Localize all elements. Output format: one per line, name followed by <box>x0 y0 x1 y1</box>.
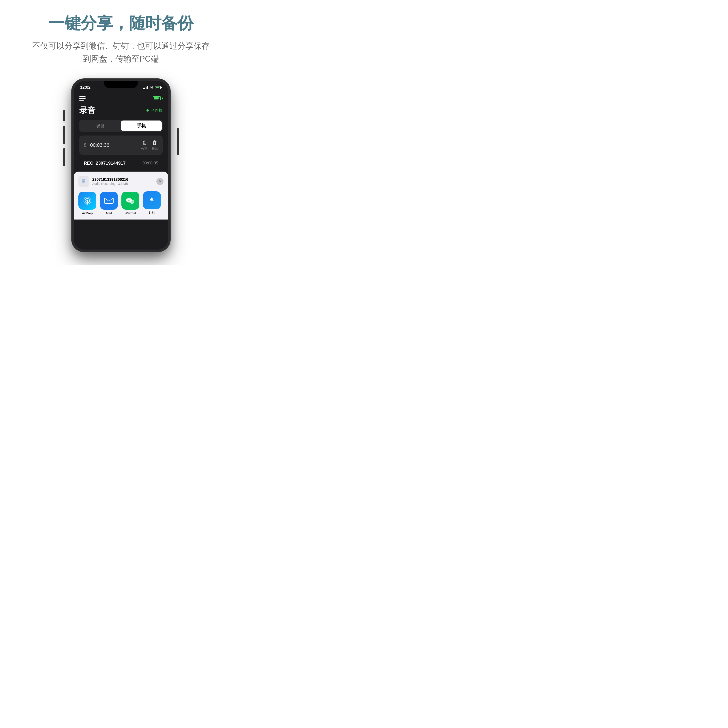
power-button <box>177 128 179 155</box>
connection-label: 已连接 <box>150 108 163 113</box>
battery-status-indicator <box>153 96 163 100</box>
wechat-icon <box>121 192 139 210</box>
share-app-wechat[interactable]: WeChat <box>121 192 139 215</box>
file-name: 23071913391800216 <box>92 177 128 182</box>
share-sheet: 23071913391800216 Audio Recording · 3.6 … <box>74 171 168 220</box>
status-time: 12:02 <box>80 85 90 90</box>
wechat-label: WeChat <box>125 211 136 215</box>
signal-icon <box>143 86 148 89</box>
airdrop-label: AirDrop <box>82 211 93 215</box>
phone-mockup: 12:02 4G <box>67 79 175 252</box>
recording-actions: ⎙ 分享 🗑 删除 <box>141 139 158 151</box>
svg-point-13 <box>131 201 132 202</box>
share-app-dingding[interactable]: 钉钉 <box>143 191 161 215</box>
network-label: 4G <box>150 86 153 89</box>
tabs-row: 设备 手机 <box>79 119 163 132</box>
share-label: 分享 <box>141 147 147 151</box>
recording-duration: 00:03:36 <box>90 142 109 148</box>
notch <box>104 81 138 88</box>
volume-down-button <box>63 148 65 166</box>
title-row: 录音 已连接 <box>74 103 168 119</box>
app-screen: 录音 已连接 设备 手机 8 00:03:36 ⎙ <box>74 93 168 249</box>
volume-silent-button <box>63 110 65 121</box>
svg-point-5 <box>86 200 88 202</box>
recording-info: 8 00:03:36 <box>84 142 109 148</box>
mail-icon <box>100 192 118 210</box>
file-meta: Audio Recording · 3.6 MB <box>92 182 128 185</box>
file-details: 23071913391800216 Audio Recording · 3.6 … <box>92 177 128 185</box>
phone-body: 12:02 4G <box>72 79 170 252</box>
recording-row2[interactable]: REC_230719144917 00:00:05 <box>79 158 163 168</box>
share-sheet-close-button[interactable]: ✕ <box>156 178 164 185</box>
delete-label: 删除 <box>152 147 158 151</box>
menu-icon[interactable] <box>79 96 86 101</box>
page-subtitle: 不仅可以分享到微信、钉钉，也可以通过分享保存到网盘，传输至PC端 <box>29 40 213 65</box>
svg-point-10 <box>128 200 128 201</box>
page-title: 一键分享，随时备份 <box>48 14 194 33</box>
share-app-airdrop[interactable]: AirDrop <box>78 192 96 215</box>
rec-duration2: 00:00:05 <box>142 161 158 165</box>
status-icons: 4G <box>143 86 162 89</box>
connection-status: 已连接 <box>147 108 163 113</box>
recording-number: 8 <box>84 142 86 148</box>
share-icon: ⎙ <box>143 139 146 146</box>
share-file-row: 23071913391800216 Audio Recording · 3.6 … <box>78 176 164 187</box>
svg-point-12 <box>130 200 135 204</box>
connection-dot <box>147 109 149 112</box>
dingding-label: 钉钉 <box>149 211 155 215</box>
battery-icon <box>155 86 162 89</box>
svg-point-14 <box>132 201 133 202</box>
dingding-icon <box>143 191 161 209</box>
file-icon <box>78 176 89 187</box>
mail-label: Mail <box>106 211 112 215</box>
share-file-info: 23071913391800216 Audio Recording · 3.6 … <box>78 176 128 187</box>
share-apps-row: AirDrop Mail <box>78 191 164 215</box>
share-app-mail[interactable]: Mail <box>100 192 118 215</box>
delete-action-btn[interactable]: 🗑 删除 <box>152 139 158 151</box>
share-action-btn[interactable]: ⎙ 分享 <box>141 139 147 151</box>
app-header <box>74 93 168 103</box>
airdrop-icon <box>78 192 96 210</box>
app-title: 录音 <box>79 105 95 116</box>
recording-item[interactable]: 8 00:03:36 ⎙ 分享 🗑 删除 <box>79 136 163 155</box>
tab-device[interactable]: 设备 <box>80 121 121 131</box>
volume-up-button <box>63 126 65 144</box>
rec-name: REC_230719144917 <box>84 161 125 166</box>
tab-phone[interactable]: 手机 <box>121 121 162 131</box>
trash-icon: 🗑 <box>152 139 158 146</box>
